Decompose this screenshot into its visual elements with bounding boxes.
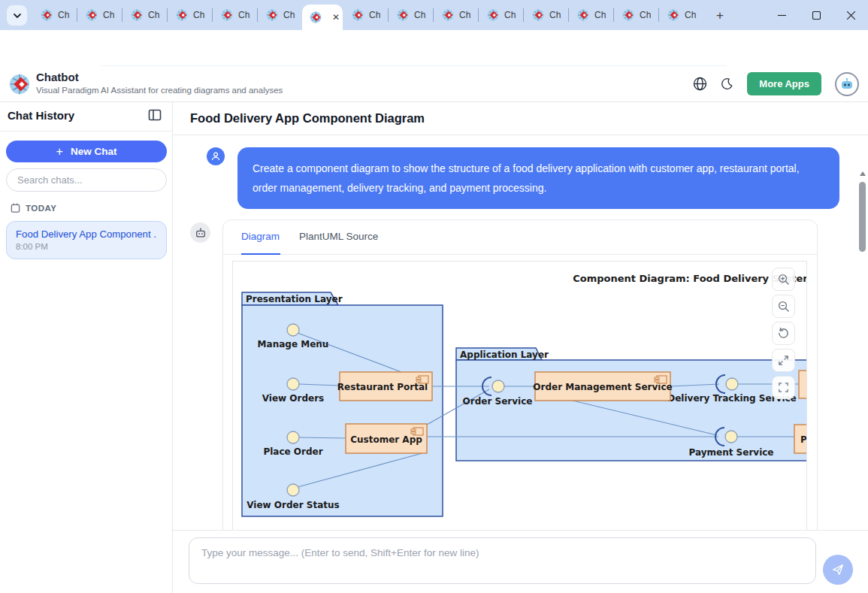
browser-tab[interactable]: Ch [122, 0, 167, 30]
visual-paradigm-favicon [622, 9, 634, 21]
assistant-reply-card: Diagram PlantUML Source Component Diagra… [222, 219, 818, 530]
svg-text:Place Order: Place Order [263, 446, 322, 457]
svg-text:Restaurant Portal: Restaurant Portal [337, 382, 428, 392]
tab-title: Ch [148, 10, 159, 20]
page-title: Food Delivery App Component Diagram [190, 111, 425, 126]
conversation-area: Create a component diagram to show the s… [173, 135, 868, 530]
new-chat-button[interactable]: + New Chat [6, 141, 167, 162]
chat-history-item[interactable]: Food Delivery App Component ... 8:00 PM [6, 221, 167, 259]
collapse-sidebar-icon[interactable] [148, 108, 162, 122]
tab-title: Ch [459, 10, 470, 20]
sidebar-divider [0, 131, 172, 132]
browser-tab[interactable]: Ch [523, 0, 568, 30]
message-input[interactable] [189, 537, 816, 584]
browser-tab[interactable]: Ch [343, 0, 388, 30]
tab-title: Ch [414, 10, 425, 20]
tab-title: Ch [369, 10, 380, 20]
visual-paradigm-favicon [532, 9, 544, 21]
browser-tab[interactable]: Ch [257, 0, 302, 30]
tab-title: Ch [238, 10, 250, 20]
chatbot-avatar-icon[interactable] [835, 72, 859, 96]
chat-item-title: Food Delivery App Component ... [16, 228, 157, 240]
user-message: Create a component diagram to show the s… [237, 147, 839, 209]
package-label: Application Layer [460, 349, 549, 360]
conversation-scrollbar[interactable] [857, 168, 868, 530]
message-composer [173, 530, 868, 593]
browser-tab[interactable]: Ch [568, 0, 613, 30]
section-label: TODAY [26, 204, 57, 213]
reset-view-button[interactable] [772, 322, 795, 345]
browser-tab[interactable]: Ch [32, 0, 77, 30]
visual-paradigm-favicon [577, 9, 589, 21]
minimize-button[interactable] [764, 0, 799, 30]
browser-tab[interactable]: Ch [388, 0, 433, 30]
expand-button[interactable] [772, 349, 795, 372]
svg-text:P: P [800, 434, 807, 445]
calendar-icon [11, 203, 20, 213]
dark-mode-moon-icon[interactable] [721, 77, 733, 90]
send-button[interactable] [823, 555, 853, 585]
package-label: Presentation Layer [246, 294, 343, 304]
svg-text:Customer App: Customer App [350, 434, 422, 445]
browser-tab[interactable]: Ch [167, 0, 212, 30]
scrollbar-thumb[interactable] [859, 182, 866, 252]
window-controls [764, 0, 868, 30]
diagram-zoom-controls [772, 268, 795, 399]
browser-tab-strip: Ch Ch Ch Ch [0, 0, 868, 30]
tab-title: Ch [193, 10, 204, 20]
tab-title: Ch [640, 10, 651, 20]
maximize-button[interactable] [799, 0, 833, 30]
browser-tab[interactable]: Ch [478, 0, 523, 30]
new-tab-button[interactable]: + [711, 7, 729, 25]
more-apps-button[interactable]: More Apps [747, 72, 821, 95]
diagram-card-tabs: Diagram PlantUML Source [223, 220, 817, 255]
new-chat-label: New Chat [71, 146, 117, 157]
plus-icon: + [56, 145, 63, 159]
visual-paradigm-favicon [266, 9, 278, 21]
svg-text:Order Management Service: Order Management Service [533, 382, 672, 392]
close-window-button[interactable] [833, 0, 868, 30]
browser-tab[interactable]: Ch [77, 0, 122, 30]
svg-text:View Orders: View Orders [262, 393, 325, 404]
tab-close-icon[interactable]: ✕ [332, 13, 340, 22]
component-order-management-service: Order Management Service [533, 372, 672, 401]
visual-paradigm-favicon [176, 9, 188, 21]
visual-paradigm-favicon [86, 9, 98, 21]
browser-tab[interactable]: Ch [433, 0, 478, 30]
tab-title: Ch [283, 10, 295, 20]
browser-tab-active[interactable]: ✕ [302, 5, 343, 30]
visual-paradigm-favicon [221, 9, 233, 21]
tab-title: Ch [594, 10, 606, 20]
visual-paradigm-favicon [442, 9, 454, 21]
tab-title: Ch [549, 10, 561, 20]
component-clipped-bottom: P [794, 425, 807, 453]
visual-paradigm-favicon [352, 9, 364, 21]
tab-plantuml-source[interactable]: PlantUML Source [299, 231, 378, 242]
zoom-in-button[interactable] [772, 268, 795, 291]
browser-tab[interactable]: Ch [658, 0, 703, 30]
visual-paradigm-favicon [397, 9, 409, 21]
fullscreen-button[interactable] [772, 376, 795, 399]
tab-list: Ch Ch Ch Ch [32, 0, 703, 30]
visual-paradigm-favicon [41, 9, 53, 21]
zoom-out-button[interactable] [772, 295, 795, 318]
app-title: Chatbot [36, 71, 79, 83]
tab-title: Ch [58, 10, 69, 20]
scroll-up-arrow[interactable] [857, 168, 868, 179]
diagram-viewport[interactable]: Component Diagram: Food Delivery System … [232, 261, 807, 530]
main-panel: Food Delivery App Component Diagram Crea… [173, 102, 868, 593]
language-globe-icon[interactable] [693, 77, 707, 91]
package-presentation-layer: Presentation Layer [242, 292, 443, 516]
tab-diagram[interactable]: Diagram [241, 231, 280, 242]
browser-toolbar: ai-toolbox.visual-paradigm.com/app/chatb… [0, 30, 868, 66]
user-avatar [207, 147, 225, 165]
search-chats-input[interactable] [6, 168, 167, 192]
visual-paradigm-favicon [131, 9, 143, 21]
browser-tab[interactable]: Ch [613, 0, 658, 30]
tab-search-button[interactable] [7, 5, 27, 26]
visual-paradigm-favicon [487, 9, 499, 21]
chat-history-sidebar: Chat History + New Chat TODAY Food Deliv… [0, 102, 173, 593]
svg-text:Order Service: Order Service [463, 396, 533, 407]
browser-tab[interactable]: Ch [212, 0, 257, 30]
svg-text:Manage Menu: Manage Menu [258, 339, 329, 349]
